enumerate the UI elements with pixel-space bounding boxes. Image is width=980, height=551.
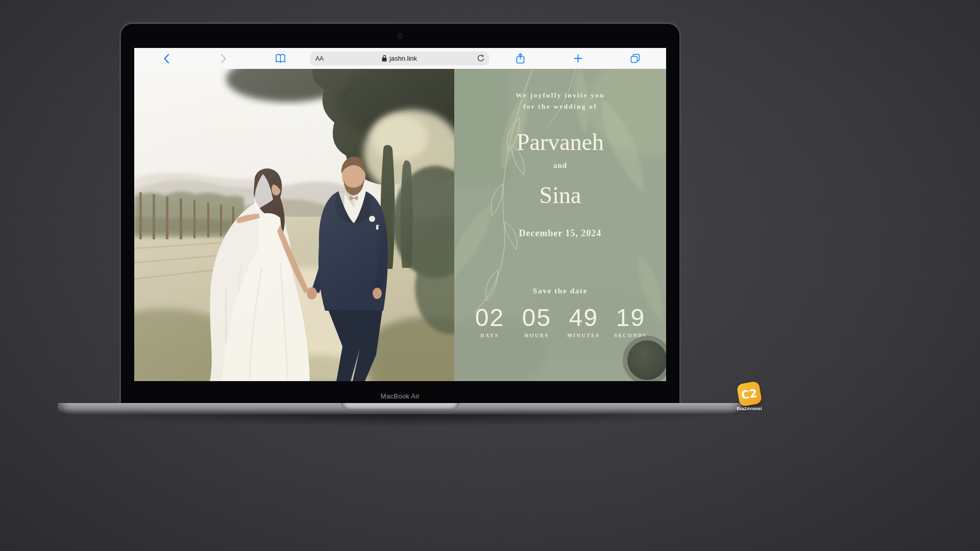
countdown-hours: 05 HOURS: [520, 304, 554, 338]
forward-button[interactable]: [217, 48, 230, 69]
address-bar[interactable]: AA jashn.link: [310, 52, 489, 65]
webcam-dot: [399, 34, 402, 38]
url-text: jashn.link: [389, 55, 417, 62]
safari-toolbar: AA jashn.link: [134, 48, 666, 69]
countdown-minutes-value: 49: [567, 304, 601, 332]
share-icon: [516, 53, 525, 64]
forward-chevron-icon: [220, 54, 227, 64]
plus-icon: [574, 54, 582, 63]
watermark-brand-text: Bia2Aroosi: [731, 406, 768, 411]
countdown-seconds-label: SECONDS: [614, 333, 648, 338]
countdown-seconds-value: 19: [614, 304, 648, 332]
device-label: MacBook Air: [121, 392, 679, 400]
url-display: jashn.link: [382, 55, 417, 62]
reader-button[interactable]: AA: [315, 52, 324, 65]
tabs-icon: [630, 54, 640, 63]
watermark-logo-icon: C2: [737, 381, 763, 407]
countdown-days: 02 DAYS: [473, 304, 507, 338]
laptop-shadow: [66, 414, 734, 427]
laptop-base: [58, 403, 743, 415]
couple-photo: [134, 69, 454, 381]
countdown: 02 DAYS 05 HOURS 49 MINUTES 19 SECONDS: [454, 304, 666, 338]
save-the-date-heading: Save the date: [454, 286, 666, 295]
new-tab-button[interactable]: [570, 48, 585, 69]
webpage-content: We joyfully invite you for the wedding o…: [134, 69, 666, 381]
floating-action-button[interactable]: [627, 340, 666, 380]
back-button[interactable]: [160, 48, 173, 69]
watermark-logo-text: C2: [741, 386, 758, 401]
invitation-panel: We joyfully invite you for the wedding o…: [454, 69, 666, 381]
countdown-hours-value: 05: [520, 304, 554, 332]
reload-icon: [477, 55, 484, 63]
back-chevron-icon: [163, 54, 169, 64]
reload-button[interactable]: [477, 52, 484, 65]
tabs-button[interactable]: [627, 48, 643, 69]
invite-line-2: for the wedding of: [454, 103, 666, 111]
invite-line-1: We joyfully invite you: [454, 91, 666, 99]
countdown-hours-label: HOURS: [520, 333, 554, 338]
book-icon: [275, 54, 286, 63]
groom-name: Sina: [454, 181, 666, 210]
conjunction-and: and: [454, 161, 666, 170]
countdown-minutes-label: MINUTES: [567, 333, 601, 338]
bride-name: Parvaneh: [454, 128, 666, 157]
countdown-days-label: DAYS: [473, 333, 507, 338]
macbook-mockup: AA jashn.link: [121, 24, 679, 403]
countdown-seconds: 19 SECONDS: [614, 304, 648, 338]
countdown-minutes: 49 MINUTES: [567, 304, 601, 338]
wedding-date: December 15, 2024: [454, 228, 666, 239]
share-button[interactable]: [512, 48, 528, 69]
lock-icon: [382, 55, 387, 62]
reader-label: AA: [315, 55, 324, 62]
watermark: C2 Bia2Aroosi: [731, 383, 768, 411]
browser-window: AA jashn.link: [134, 48, 666, 381]
countdown-days-value: 02: [473, 304, 507, 332]
bookmarks-button[interactable]: [273, 48, 287, 69]
laptop-base-notch: [341, 403, 459, 409]
